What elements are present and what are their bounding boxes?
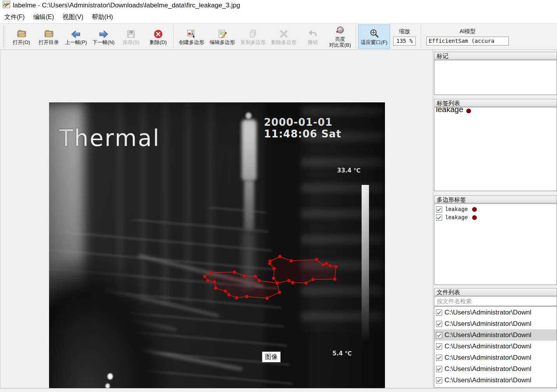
file-search-input[interactable] — [434, 296, 557, 306]
file-annotated-checkbox[interactable] — [436, 309, 442, 316]
delete-file-button[interactable]: 删除(D) — [144, 25, 172, 49]
edit-polygon-button[interactable]: 编辑多边形 — [207, 25, 237, 49]
flags-list[interactable] — [434, 60, 557, 95]
file-annotated-checkbox[interactable] — [436, 332, 442, 338]
polygon-labels-panel-header[interactable]: 多边形标签 — [434, 195, 557, 203]
menu-file[interactable]: 文件(F) — [0, 12, 29, 23]
file-annotated-checkbox[interactable] — [436, 366, 442, 372]
polygon-vertex[interactable] — [272, 277, 276, 280]
polygon-vertex[interactable] — [329, 264, 332, 268]
polygon-vertex[interactable] — [291, 281, 295, 285]
polygon-label-text: leakage — [445, 206, 468, 213]
annotation-polygon-leakage[interactable] — [205, 272, 279, 298]
menu-edit[interactable]: 编辑(E) — [29, 12, 58, 23]
save-button: 保存(S) — [117, 25, 144, 49]
file-list-row[interactable]: C:\Users\Administrator\Downl — [434, 374, 557, 386]
file-annotated-checkbox[interactable] — [436, 321, 442, 327]
file-list-row[interactable]: C:\Users\Administrator\Downl — [434, 307, 557, 318]
polygon-vertex[interactable] — [268, 262, 272, 265]
polygon-vertex[interactable] — [235, 296, 239, 300]
polygon-vertex[interactable] — [227, 293, 231, 297]
menu-view[interactable]: 视图(V) — [58, 12, 88, 23]
polygon-vertex[interactable] — [243, 274, 246, 278]
label-list-panel-header[interactable]: 标签列表 — [434, 99, 557, 107]
polygon-vertex[interactable] — [224, 290, 227, 293]
polygon-vertex[interactable] — [290, 259, 293, 263]
file-list-row[interactable]: C:\Users\Administrator\Downl — [434, 341, 557, 352]
polygon-label-row[interactable]: leakage — [434, 213, 557, 221]
file-list-row[interactable]: C:\Users\Administrator\Downl — [434, 352, 557, 363]
polygon-vertex[interactable] — [278, 255, 282, 258]
polygon-vertex[interactable] — [278, 291, 281, 294]
polygon-vertex[interactable] — [287, 279, 291, 283]
ai-model-label: AI模型 — [460, 28, 476, 35]
next-image-button[interactable]: 下一幅(N) — [90, 25, 117, 49]
annotation-overlay[interactable] — [49, 102, 385, 392]
undo-button: 撤销 — [299, 25, 326, 49]
polygon-vertex[interactable] — [272, 267, 276, 271]
open-dir-button[interactable]: 打开目录 — [35, 25, 62, 49]
polygon-vertex[interactable] — [333, 278, 337, 281]
brightness-contrast-button[interactable]: 亮度 对比度(B) — [326, 25, 353, 49]
file-path-text: C:\Users\Administrator\Downl — [445, 376, 531, 384]
polygon-color-dot — [472, 215, 477, 220]
label-list-item[interactable]: leakage — [434, 107, 557, 114]
fit-window-button[interactable]: 适应窗口(F) — [358, 25, 390, 49]
bright-icon — [335, 25, 345, 36]
polygon-vertex[interactable] — [245, 295, 249, 299]
file-annotated-checkbox[interactable] — [436, 343, 442, 350]
polygon-vertex[interactable] — [311, 278, 315, 281]
canvas-area[interactable]: Thermal 2000-01-01 11:48:06 Sat 33.4 ℃ 5… — [0, 50, 433, 388]
file-list-row[interactable]: C:\Users\Administrator\Downl — [434, 329, 557, 341]
menu-help[interactable]: 帮助(H) — [88, 12, 117, 23]
file-list-row[interactable]: C:\Users\Administrator\Downl — [434, 363, 557, 374]
polygon-vertex[interactable] — [276, 281, 279, 285]
toolbar-drag-handle[interactable] — [3, 26, 5, 47]
polygon-visible-checkbox[interactable] — [436, 206, 442, 213]
opendir-icon — [44, 28, 54, 39]
polygon-vertex[interactable] — [210, 271, 213, 274]
duppoly-icon — [248, 28, 258, 39]
polygon-vertex[interactable] — [325, 262, 328, 265]
label-list[interactable]: leakage — [434, 107, 557, 191]
window-title: labelme - C:\Users\Administrator\Downloa… — [13, 2, 240, 9]
toolbar: 打开(O)打开目录上一幅(P)下一幅(N)保存(S)删除(D)创建多边形编辑多边… — [0, 24, 557, 50]
polygon-vertex[interactable] — [334, 265, 338, 269]
polygon-vertex[interactable] — [322, 263, 325, 267]
polygon-vertex[interactable] — [304, 281, 308, 285]
polygon-vertex[interactable] — [258, 279, 261, 283]
polygon-color-dot — [472, 207, 477, 212]
toolbar-button-label: 删除多边形 — [271, 40, 296, 46]
polygon-label-list[interactable]: leakageleakage — [434, 204, 557, 285]
polygon-vertex[interactable] — [254, 275, 257, 278]
thermal-image[interactable]: Thermal 2000-01-01 11:48:06 Sat 33.4 ℃ 5… — [49, 102, 385, 392]
file-list-row[interactable]: C:\Users\Administrator\Downl — [434, 318, 557, 329]
label-text: leakage — [436, 107, 463, 114]
save-icon — [126, 28, 136, 39]
polygon-vertex[interactable] — [214, 287, 218, 290]
polygon-vertex[interactable] — [213, 280, 216, 284]
polygon-vertex[interactable] — [233, 271, 236, 274]
fit-icon — [369, 28, 380, 39]
polygon-vertex[interactable] — [203, 275, 207, 278]
polygon-label-row[interactable]: leakage — [434, 205, 557, 213]
polygon-vertex[interactable] — [206, 279, 210, 283]
polygon-visible-checkbox[interactable] — [436, 214, 442, 221]
file-annotated-checkbox[interactable] — [436, 377, 442, 383]
file-list-panel-header[interactable]: 文件列表 — [434, 288, 557, 296]
file-annotated-checkbox[interactable] — [436, 355, 442, 361]
undo-icon — [307, 28, 318, 39]
toolbar-separator — [356, 25, 356, 48]
annotation-polygon-leakage[interactable] — [270, 257, 336, 283]
file-list[interactable]: C:\Users\Administrator\DownlC:\Users\Adm… — [434, 306, 557, 388]
open-button[interactable]: 打开(O) — [8, 25, 35, 49]
prev-image-button[interactable]: 上一幅(P) — [62, 25, 90, 49]
ai-model-group: AI模型 EfficientSam (accura — [423, 28, 512, 46]
create-polygon-button[interactable]: 创建多边形 — [176, 25, 207, 49]
polygon-vertex[interactable] — [315, 258, 318, 262]
zoom-spinbox[interactable]: 135 % — [393, 37, 416, 46]
polygon-vertex[interactable] — [265, 297, 269, 300]
ai-model-select[interactable]: EfficientSam (accura — [426, 37, 509, 46]
next-icon — [98, 28, 109, 39]
flags-panel-header[interactable]: 标记 — [434, 52, 557, 60]
